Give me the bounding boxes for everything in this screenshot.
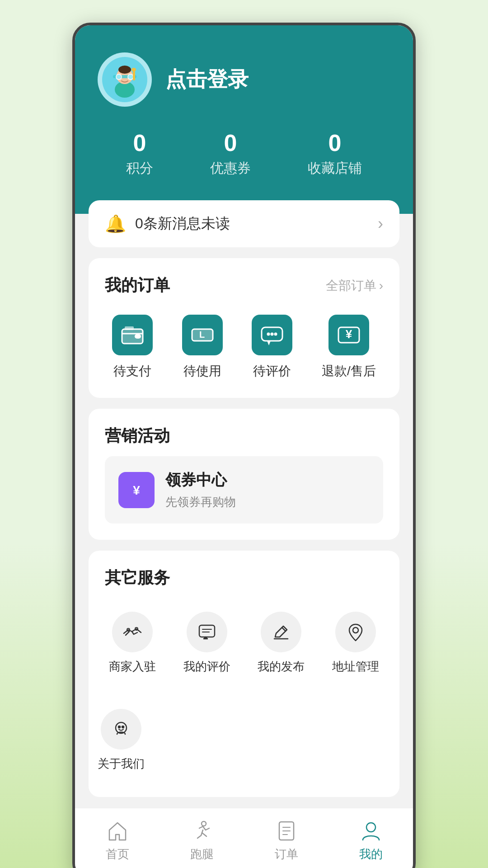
svg-point-10	[131, 68, 136, 71]
svg-point-35	[353, 627, 358, 633]
nav-mine[interactable]: 我的	[344, 819, 398, 862]
order-icons-row: 待支付 L 待使用	[89, 306, 399, 398]
bottom-nav: 首页 跑腿 订单	[75, 808, 413, 868]
svg-point-3	[118, 66, 131, 74]
orders-title: 我的订单	[105, 274, 170, 297]
order-item-pending-review[interactable]: 待评价	[252, 315, 292, 380]
all-orders-link[interactable]: 全部订单 ›	[326, 277, 383, 294]
phone-frame: 点击登录 0 积分 0 优惠券 0 收藏店铺 🔔 0条新消息未读	[72, 23, 416, 868]
marketing-header: 营销活动	[89, 409, 399, 456]
svg-point-6	[117, 75, 121, 79]
svg-point-37	[118, 726, 120, 728]
service-publish[interactable]: 我的发布	[246, 603, 316, 684]
svg-rect-15	[125, 326, 134, 330]
svg-rect-13	[135, 334, 141, 339]
svg-text:¥: ¥	[346, 327, 352, 341]
orders-header: 我的订单 全部订单 ›	[89, 258, 399, 306]
merchant-icon-circle	[112, 612, 153, 652]
svg-marker-20	[267, 341, 271, 345]
pending-pay-icon-box	[112, 315, 153, 355]
svg-point-44	[366, 823, 375, 832]
stats-row: 0 积分 0 优惠券 0 收藏店铺	[98, 129, 390, 178]
orders-card: 我的订单 全部订单 ›	[89, 258, 399, 398]
svg-point-22	[271, 333, 274, 336]
service-address[interactable]: 地址管理	[321, 603, 391, 684]
svg-point-38	[122, 726, 124, 728]
stat-coupon[interactable]: 0 优惠券	[210, 129, 251, 178]
order-label-pending-review: 待评价	[253, 363, 291, 380]
notification-text: 0条新消息未读	[135, 214, 230, 234]
service-review-label: 我的评价	[183, 659, 230, 675]
refund-icon-box: ¥	[328, 315, 369, 355]
nav-runner[interactable]: 跑腿	[175, 819, 229, 862]
chevron-right-orders-icon: ›	[379, 278, 383, 293]
notification-card: 🔔 0条新消息未读 ›	[89, 200, 399, 247]
nav-order-label: 订单	[275, 846, 298, 862]
service-address-label: 地址管理	[332, 659, 379, 675]
stat-jifen[interactable]: 0 积分	[126, 129, 153, 178]
nav-home-label: 首页	[106, 846, 129, 862]
svg-point-8	[128, 75, 133, 79]
content: 🔔 0条新消息未读 › 我的订单 全部订单 ›	[75, 200, 413, 797]
marketing-card: 营销活动 ¥ 领券中心 先领券再购物	[89, 409, 399, 540]
services-grid: 商家入驻 我的评价	[89, 598, 399, 700]
stat-favorite[interactable]: 0 收藏店铺	[308, 129, 362, 178]
order-label-pending-pay: 待支付	[113, 363, 151, 380]
order-item-pending-pay[interactable]: 待支付	[112, 315, 153, 380]
svg-text:¥: ¥	[133, 483, 140, 497]
avatar[interactable]	[98, 52, 152, 107]
svg-rect-9	[133, 71, 135, 80]
service-merchant-label: 商家入驻	[109, 659, 156, 675]
nav-home[interactable]: 首页	[90, 819, 145, 862]
services-header: 其它服务	[89, 551, 399, 598]
publish-icon-circle	[261, 612, 301, 652]
order-item-pending-use[interactable]: L 待使用	[182, 315, 223, 380]
service-merchant[interactable]: 商家入驻	[98, 603, 168, 684]
notification-bar[interactable]: 🔔 0条新消息未读 ›	[89, 200, 399, 247]
chevron-right-icon: ›	[378, 214, 383, 233]
address-icon-circle	[335, 612, 376, 652]
service-publish-label: 我的发布	[258, 659, 305, 675]
marketing-title: 营销活动	[105, 425, 170, 447]
svg-text:L: L	[199, 330, 205, 340]
services-title: 其它服务	[105, 567, 170, 589]
coupon-center-item[interactable]: ¥ 领券中心 先领券再购物	[105, 456, 383, 524]
svg-point-23	[274, 333, 277, 336]
review-icon-circle	[187, 612, 227, 652]
nav-runner-label: 跑腿	[190, 846, 214, 862]
service-about-label: 关于我们	[98, 756, 145, 772]
header: 点击登录 0 积分 0 优惠券 0 收藏店铺	[75, 25, 413, 214]
svg-point-21	[267, 333, 270, 336]
order-label-refund: 退款/售后	[322, 363, 376, 380]
nav-mine-label: 我的	[359, 846, 383, 862]
order-label-pending-use: 待使用	[183, 363, 221, 380]
coupon-icon-box: ¥	[118, 472, 155, 508]
service-review[interactable]: 我的评价	[172, 603, 242, 684]
pending-review-icon-box	[252, 315, 292, 355]
nav-order[interactable]: 订单	[259, 819, 314, 862]
svg-point-39	[202, 821, 206, 826]
services-card: 其它服务 商家入驻	[89, 551, 399, 797]
coupon-text: 领券中心 先领券再购物	[165, 470, 236, 510]
service-about[interactable]: 关于我们	[98, 700, 145, 781]
about-icon-circle	[101, 709, 141, 750]
pending-use-icon-box: L	[182, 315, 223, 355]
services-row2: 关于我们	[89, 700, 399, 797]
login-text[interactable]: 点击登录	[165, 66, 249, 94]
svg-rect-29	[199, 625, 215, 637]
bell-icon: 🔔	[105, 214, 126, 234]
order-item-refund[interactable]: ¥ 退款/售后	[322, 315, 376, 380]
